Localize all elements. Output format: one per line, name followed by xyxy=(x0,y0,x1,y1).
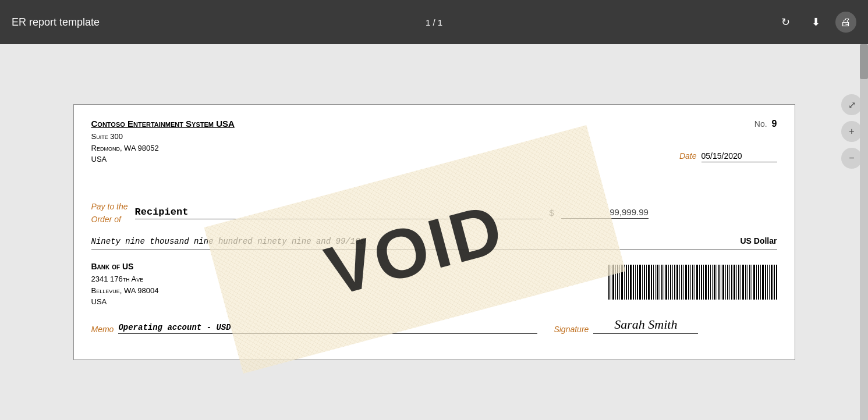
download-button[interactable]: ⬇ xyxy=(805,12,826,33)
svg-rect-17 xyxy=(646,265,647,300)
scrollbar[interactable] xyxy=(860,44,868,420)
svg-rect-50 xyxy=(718,265,720,300)
recipient-value: Recipient xyxy=(135,207,543,219)
svg-rect-62 xyxy=(745,265,746,300)
zoom-in-icon: + xyxy=(849,126,854,137)
header-toolbar: ↻ ⬇ 🖨 xyxy=(775,12,856,33)
svg-rect-3 xyxy=(615,265,616,300)
barcode xyxy=(608,262,777,302)
bank-address-line2: Bellevue, WA 98004 xyxy=(91,285,159,297)
svg-rect-36 xyxy=(688,265,689,300)
svg-rect-28 xyxy=(670,265,671,300)
zoom-in-button[interactable]: + xyxy=(841,121,862,142)
svg-rect-23 xyxy=(660,265,660,300)
memo-value: Operating account - USD xyxy=(118,323,537,334)
check-number-value: 9 xyxy=(772,119,777,129)
svg-rect-31 xyxy=(676,265,678,300)
svg-rect-22 xyxy=(657,265,658,300)
check-document: Contoso Entertainment System USA Suite 3… xyxy=(73,104,795,360)
svg-rect-64 xyxy=(749,265,750,300)
svg-rect-10 xyxy=(630,265,632,300)
svg-rect-21 xyxy=(655,265,656,300)
address-line3: USA xyxy=(91,154,777,165)
svg-rect-51 xyxy=(721,265,721,300)
svg-rect-16 xyxy=(644,265,645,300)
svg-rect-13 xyxy=(637,265,638,300)
svg-rect-27 xyxy=(668,265,669,300)
svg-rect-63 xyxy=(747,265,748,300)
svg-rect-58 xyxy=(736,265,737,300)
svg-rect-60 xyxy=(741,265,741,300)
svg-rect-46 xyxy=(710,265,711,300)
bank-address-line1: 2341 176th Ave xyxy=(91,273,159,285)
company-section: Contoso Entertainment System USA Suite 3… xyxy=(91,119,777,165)
svg-rect-18 xyxy=(648,265,650,300)
svg-rect-56 xyxy=(731,265,732,300)
page-indicator: 1 / 1 xyxy=(426,17,442,27)
svg-rect-6 xyxy=(621,265,623,300)
address-line1: Suite 300 xyxy=(91,131,777,143)
svg-rect-12 xyxy=(635,265,636,300)
svg-rect-75 xyxy=(774,265,775,300)
svg-rect-72 xyxy=(767,265,768,300)
svg-rect-30 xyxy=(674,265,675,300)
refresh-button[interactable]: ↻ xyxy=(775,12,796,33)
main-content: Contoso Entertainment System USA Suite 3… xyxy=(0,44,868,420)
svg-rect-32 xyxy=(679,265,680,300)
scrollbar-thumb[interactable] xyxy=(860,44,868,79)
date-value: 05/15/2020 xyxy=(702,151,777,162)
svg-rect-74 xyxy=(771,265,773,300)
header: ER report template 1 / 1 ↻ ⬇ 🖨 xyxy=(0,0,868,44)
signature-label: Signature xyxy=(554,325,589,334)
svg-rect-49 xyxy=(717,265,717,300)
download-icon: ⬇ xyxy=(812,16,820,29)
svg-rect-4 xyxy=(617,265,618,300)
svg-rect-7 xyxy=(624,265,625,300)
bank-address: 2341 176th Ave Bellevue, WA 98004 USA xyxy=(91,273,159,308)
svg-rect-35 xyxy=(685,265,687,300)
svg-rect-53 xyxy=(725,265,726,300)
svg-rect-44 xyxy=(705,265,707,300)
memo-label: Memo xyxy=(91,325,114,334)
print-button[interactable]: 🖨 xyxy=(835,12,856,33)
written-amount-row: Ninety nine thousand nine hundred ninety… xyxy=(91,236,777,250)
currency-label: US Dollar xyxy=(740,236,777,245)
svg-rect-59 xyxy=(738,265,739,300)
svg-rect-9 xyxy=(628,265,629,300)
date-label: Date xyxy=(679,151,697,161)
check-number-area: No. 9 xyxy=(754,119,777,129)
svg-rect-24 xyxy=(661,265,662,300)
written-amount-text: Ninety nine thousand nine hundred ninety… xyxy=(91,237,365,246)
svg-rect-66 xyxy=(753,265,755,300)
svg-rect-40 xyxy=(696,265,698,300)
memo-signature-row: Memo Operating account - USD Signature S… xyxy=(91,317,777,334)
bank-section: Bank of US 2341 176th Ave Bellevue, WA 9… xyxy=(91,262,777,308)
zoom-out-button[interactable]: − xyxy=(841,148,862,169)
svg-rect-8 xyxy=(626,265,627,300)
svg-rect-14 xyxy=(639,265,641,300)
refresh-icon: ↻ xyxy=(781,16,790,29)
svg-rect-76 xyxy=(776,265,777,300)
company-name: Contoso Entertainment System USA xyxy=(91,119,777,129)
fit-icon: ⤢ xyxy=(848,99,856,111)
svg-rect-26 xyxy=(665,265,667,300)
svg-rect-55 xyxy=(729,265,730,300)
svg-rect-45 xyxy=(708,265,709,300)
svg-rect-25 xyxy=(664,265,664,300)
svg-rect-20 xyxy=(653,265,654,300)
bank-info: Bank of US 2341 176th Ave Bellevue, WA 9… xyxy=(91,262,159,308)
right-sidebar: ⤢ + − xyxy=(841,94,862,169)
bank-name: Bank of US xyxy=(91,262,159,271)
svg-rect-57 xyxy=(734,265,735,300)
svg-rect-68 xyxy=(758,265,759,300)
fit-page-button[interactable]: ⤢ xyxy=(841,94,862,115)
svg-rect-48 xyxy=(714,265,715,300)
svg-rect-15 xyxy=(642,265,643,300)
svg-rect-43 xyxy=(703,265,704,300)
svg-rect-70 xyxy=(762,265,764,300)
svg-rect-0 xyxy=(608,265,610,300)
svg-rect-52 xyxy=(722,265,724,300)
svg-rect-11 xyxy=(633,265,634,300)
svg-rect-19 xyxy=(651,265,652,300)
svg-rect-29 xyxy=(672,265,673,300)
